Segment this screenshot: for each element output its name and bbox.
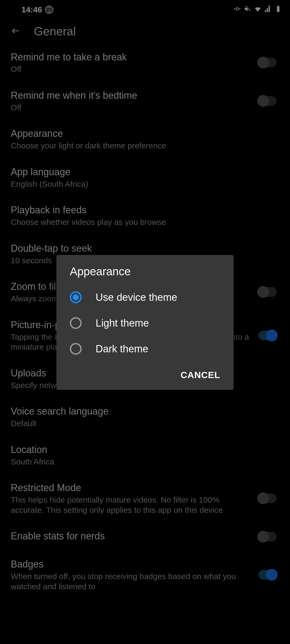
row-title: App language bbox=[11, 166, 279, 178]
row-title: Voice search language bbox=[11, 405, 279, 417]
setting-row-stats-nerds[interactable]: Enable stats for nerds bbox=[11, 522, 279, 551]
row-subtitle: Off bbox=[11, 64, 253, 74]
toggle-badges[interactable] bbox=[258, 570, 277, 580]
status-left: 14:46 25 bbox=[8, 5, 53, 14]
cancel-button[interactable]: CANCEL bbox=[180, 370, 220, 380]
setting-row-voice-search[interactable]: Voice search language Default bbox=[11, 398, 279, 436]
setting-row-break-reminder[interactable]: Remind me to take a break Off bbox=[11, 43, 279, 82]
back-arrow-icon[interactable] bbox=[11, 26, 20, 37]
row-subtitle: Default bbox=[11, 418, 279, 429]
row-subtitle: Off bbox=[11, 103, 253, 113]
mute-icon bbox=[244, 5, 251, 14]
dialog-actions: CANCEL bbox=[56, 362, 234, 390]
radio-option-device-theme[interactable]: Use device theme bbox=[56, 284, 234, 310]
radio-label: Dark theme bbox=[96, 343, 148, 355]
row-title: Remind me to take a break bbox=[11, 51, 253, 63]
status-bar: 14:46 25 bbox=[0, 0, 290, 19]
setting-row-appearance[interactable]: Appearance Choose your light or dark the… bbox=[11, 120, 279, 158]
toggle-stats-nerds[interactable] bbox=[258, 532, 277, 541]
status-notification-count: 25 bbox=[45, 5, 53, 14]
setting-row-bedtime-reminder[interactable]: Remind me when it's bedtime Off bbox=[11, 82, 279, 120]
setting-row-location[interactable]: Location South Africa bbox=[11, 436, 279, 474]
row-title: Appearance bbox=[11, 127, 279, 140]
wifi-icon bbox=[254, 5, 262, 14]
row-subtitle: South Africa bbox=[11, 457, 279, 467]
row-title: Enable stats for nerds bbox=[11, 530, 253, 542]
status-right bbox=[234, 5, 282, 14]
radio-icon bbox=[70, 343, 82, 355]
row-title: Playback in feeds bbox=[11, 204, 279, 216]
setting-row-badges[interactable]: Badges When turned off, you stop receivi… bbox=[11, 551, 279, 599]
battery-icon bbox=[274, 5, 282, 14]
row-title: Double-tap to seek bbox=[11, 242, 279, 254]
row-subtitle: English (South Africa) bbox=[11, 179, 279, 189]
radio-option-dark-theme[interactable]: Dark theme bbox=[56, 336, 234, 362]
vpn-key-icon bbox=[234, 5, 241, 14]
page-title: General bbox=[34, 25, 76, 38]
signal-icon bbox=[264, 5, 272, 14]
dialog-title: Appearance bbox=[56, 265, 234, 284]
row-subtitle: Choose your light or dark theme preferen… bbox=[11, 141, 279, 151]
header: General bbox=[0, 19, 290, 43]
radio-icon bbox=[70, 317, 82, 329]
setting-row-restricted-mode[interactable]: Restricted Mode This helps hide potentia… bbox=[11, 474, 279, 522]
toggle-pip[interactable] bbox=[258, 331, 277, 340]
radio-option-light-theme[interactable]: Light theme bbox=[56, 310, 234, 336]
radio-label: Use device theme bbox=[96, 292, 177, 303]
toggle-break-reminder[interactable] bbox=[258, 58, 277, 67]
row-title: Location bbox=[11, 444, 279, 456]
toggle-bedtime-reminder[interactable] bbox=[258, 96, 277, 106]
radio-label: Light theme bbox=[96, 317, 149, 329]
setting-row-app-language[interactable]: App language English (South Africa) bbox=[11, 158, 279, 197]
toggle-zoom-fill[interactable] bbox=[258, 287, 277, 297]
row-title: Badges bbox=[11, 558, 253, 570]
toggle-restricted-mode[interactable] bbox=[258, 493, 277, 503]
row-title: Restricted Mode bbox=[11, 482, 253, 494]
appearance-dialog: Appearance Use device theme Light theme … bbox=[56, 255, 234, 390]
status-time: 14:46 bbox=[21, 5, 42, 14]
row-subtitle: When turned off, you stop receiving badg… bbox=[11, 571, 253, 591]
row-subtitle: Choose whether videos play as you browse bbox=[11, 217, 279, 227]
row-subtitle: This helps hide potentially mature video… bbox=[11, 495, 253, 515]
row-title: Remind me when it's bedtime bbox=[11, 89, 253, 101]
radio-icon bbox=[70, 291, 82, 303]
setting-row-playback-feeds[interactable]: Playback in feeds Choose whether videos … bbox=[11, 196, 279, 235]
